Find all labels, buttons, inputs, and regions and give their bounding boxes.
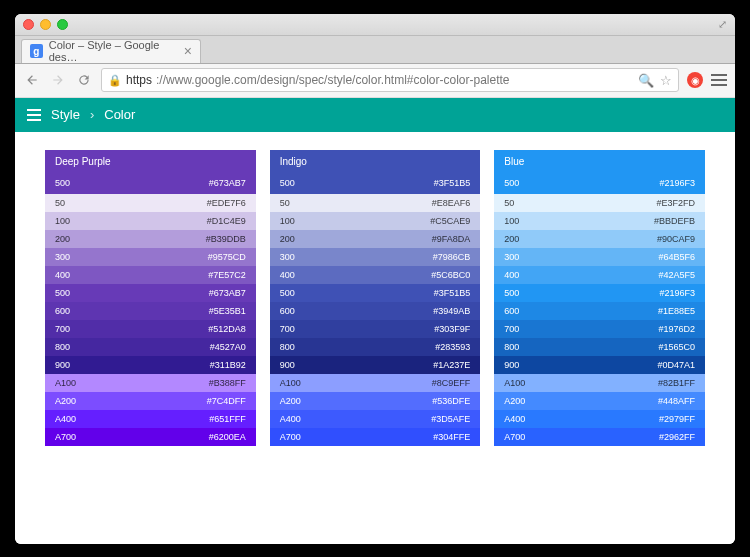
swatch[interactable]: 50#E8EAF6 <box>270 194 481 212</box>
swatch[interactable]: 100#BBDEFB <box>494 212 705 230</box>
swatch-shade: 900 <box>55 360 70 370</box>
swatch[interactable]: 100#C5CAE9 <box>270 212 481 230</box>
star-icon[interactable]: ☆ <box>660 73 672 88</box>
swatch[interactable]: 600#5E35B1 <box>45 302 256 320</box>
swatch-shade: A200 <box>55 396 76 406</box>
swatch-hex: #1A237E <box>433 360 470 370</box>
swatch[interactable]: 400#42A5F5 <box>494 266 705 284</box>
back-button[interactable] <box>23 71 41 89</box>
swatch[interactable]: A400#2979FF <box>494 410 705 428</box>
swatch[interactable]: 300#64B5F6 <box>494 248 705 266</box>
swatch-shade: 100 <box>55 216 70 226</box>
swatch[interactable]: 400#5C6BC0 <box>270 266 481 284</box>
swatch[interactable]: A700#2962FF <box>494 428 705 446</box>
palette-header-hex: #2196F3 <box>659 178 695 188</box>
swatch[interactable]: A200#7C4DFF <box>45 392 256 410</box>
menu-button[interactable] <box>711 74 727 86</box>
minimize-window-button[interactable] <box>40 19 51 30</box>
close-window-button[interactable] <box>23 19 34 30</box>
swatch-shade: 800 <box>55 342 70 352</box>
swatch[interactable]: 300#7986CB <box>270 248 481 266</box>
expand-icon[interactable]: ⤢ <box>718 18 727 31</box>
swatch-shade: 300 <box>504 252 519 262</box>
swatch-shade: 700 <box>55 324 70 334</box>
swatch-shade: 800 <box>504 342 519 352</box>
search-icon[interactable]: 🔍 <box>638 73 654 88</box>
url-field[interactable]: 🔒 https ://www.google.com/design/spec/st… <box>101 68 679 92</box>
close-tab-icon[interactable]: × <box>184 43 192 59</box>
forward-button[interactable] <box>49 71 67 89</box>
swatch-hex: #82B1FF <box>658 378 695 388</box>
swatch[interactable]: 900#1A237E <box>270 356 481 374</box>
swatch-shade: 50 <box>280 198 290 208</box>
swatch[interactable]: A100#8C9EFF <box>270 374 481 392</box>
palette-name: Indigo <box>280 156 471 167</box>
swatch[interactable]: A400#651FFF <box>45 410 256 428</box>
swatch-shade: A200 <box>504 396 525 406</box>
swatch-shade: 700 <box>280 324 295 334</box>
extension-icon[interactable]: ◉ <box>687 72 703 88</box>
swatch[interactable]: A100#B388FF <box>45 374 256 392</box>
swatch[interactable]: A700#304FFE <box>270 428 481 446</box>
swatch[interactable]: 700#1976D2 <box>494 320 705 338</box>
swatch-hex: #9FA8DA <box>432 234 471 244</box>
swatch[interactable]: 800#283593 <box>270 338 481 356</box>
palette-header-shade: 500 <box>504 178 519 188</box>
browser-tab[interactable]: g Color – Style – Google des… × <box>21 39 201 63</box>
swatch[interactable]: 800#4527A0 <box>45 338 256 356</box>
zoom-window-button[interactable] <box>57 19 68 30</box>
reload-button[interactable] <box>75 71 93 89</box>
swatch[interactable]: 900#311B92 <box>45 356 256 374</box>
content-area[interactable]: Deep Purple500#673AB750#EDE7F6100#D1C4E9… <box>15 132 735 544</box>
app-bar: Style › Color <box>15 98 735 132</box>
swatch[interactable]: 700#303F9F <box>270 320 481 338</box>
palette-column: Deep Purple500#673AB750#EDE7F6100#D1C4E9… <box>45 150 256 446</box>
swatch[interactable]: 700#512DA8 <box>45 320 256 338</box>
swatch[interactable]: 200#90CAF9 <box>494 230 705 248</box>
swatch-hex: #E3F2FD <box>657 198 696 208</box>
swatch-hex: #D1C4E9 <box>207 216 246 226</box>
palette-header-shade: 500 <box>55 178 70 188</box>
swatch[interactable]: 500#2196F3 <box>494 284 705 302</box>
swatch-shade: 700 <box>504 324 519 334</box>
swatch-hex: #9575CD <box>208 252 246 262</box>
swatch-hex: #5E35B1 <box>209 306 246 316</box>
swatch-hex: #673AB7 <box>209 288 246 298</box>
swatch[interactable]: A200#536DFE <box>270 392 481 410</box>
url-scheme: https <box>126 73 152 87</box>
swatch-hex: #1E88E5 <box>658 306 695 316</box>
swatch-shade: 900 <box>504 360 519 370</box>
swatch[interactable]: A700#6200EA <box>45 428 256 446</box>
swatch[interactable]: 600#1E88E5 <box>494 302 705 320</box>
tab-bar: g Color – Style – Google des… × <box>15 36 735 64</box>
swatch[interactable]: 500#3F51B5 <box>270 284 481 302</box>
swatch-hex: #536DFE <box>432 396 470 406</box>
swatch[interactable]: 300#9575CD <box>45 248 256 266</box>
palette-header-row: 500#2196F3 <box>504 178 695 188</box>
swatch[interactable]: A100#82B1FF <box>494 374 705 392</box>
swatch-shade: A700 <box>504 432 525 442</box>
swatch-shade: 50 <box>504 198 514 208</box>
swatch[interactable]: 900#0D47A1 <box>494 356 705 374</box>
swatch-shade: 400 <box>55 270 70 280</box>
swatch[interactable]: 600#3949AB <box>270 302 481 320</box>
swatch[interactable]: 400#7E57C2 <box>45 266 256 284</box>
swatch[interactable]: 200#9FA8DA <box>270 230 481 248</box>
swatch[interactable]: 50#E3F2FD <box>494 194 705 212</box>
drawer-menu-icon[interactable] <box>27 109 41 121</box>
swatch-hex: #1976D2 <box>658 324 695 334</box>
swatch[interactable]: 800#1565C0 <box>494 338 705 356</box>
swatch[interactable]: 50#EDE7F6 <box>45 194 256 212</box>
palette-name: Blue <box>504 156 695 167</box>
swatch[interactable]: A200#448AFF <box>494 392 705 410</box>
breadcrumb-root[interactable]: Style <box>51 107 80 122</box>
swatch[interactable]: 200#B39DDB <box>45 230 256 248</box>
palette-header-shade: 500 <box>280 178 295 188</box>
swatch-shade: 100 <box>504 216 519 226</box>
swatch-shade: 200 <box>280 234 295 244</box>
swatch-shade: 500 <box>504 288 519 298</box>
swatch[interactable]: 500#673AB7 <box>45 284 256 302</box>
swatch[interactable]: A400#3D5AFE <box>270 410 481 428</box>
swatch[interactable]: 100#D1C4E9 <box>45 212 256 230</box>
palette-row: Deep Purple500#673AB750#EDE7F6100#D1C4E9… <box>45 150 705 446</box>
